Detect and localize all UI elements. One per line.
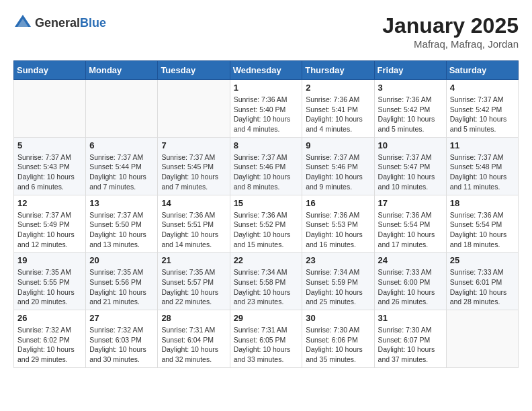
day-info: Sunrise: 7:35 AM Sunset: 5:55 PM Dayligh… [17,267,82,307]
weekday-header-tuesday: Tuesday [158,61,230,80]
weekday-header-saturday: Saturday [446,61,518,80]
calendar-cell: 22Sunrise: 7:34 AM Sunset: 5:58 PM Dayli… [230,253,302,310]
day-info: Sunrise: 7:37 AM Sunset: 5:42 PM Dayligh… [450,95,515,134]
calendar-cell: 8Sunrise: 7:37 AM Sunset: 5:46 PM Daylig… [230,137,302,195]
day-info: Sunrise: 7:36 AM Sunset: 5:41 PM Dayligh… [306,95,370,134]
day-number: 22 [234,255,299,265]
day-number: 10 [378,140,443,150]
weekday-header-thursday: Thursday [302,61,374,80]
calendar-cell: 16Sunrise: 7:36 AM Sunset: 5:53 PM Dayli… [302,195,374,253]
calendar-cell [14,80,86,138]
calendar-cell: 21Sunrise: 7:35 AM Sunset: 5:57 PM Dayli… [158,253,230,310]
day-info: Sunrise: 7:37 AM Sunset: 5:44 PM Dayligh… [89,152,154,192]
calendar-cell: 3Sunrise: 7:36 AM Sunset: 5:42 PM Daylig… [374,80,446,138]
day-number: 9 [306,140,370,150]
calendar-cell: 15Sunrise: 7:36 AM Sunset: 5:52 PM Dayli… [230,195,302,253]
calendar-cell: 25Sunrise: 7:33 AM Sunset: 6:01 PM Dayli… [446,253,518,310]
day-info: Sunrise: 7:33 AM Sunset: 6:00 PM Dayligh… [378,267,443,307]
day-number: 4 [450,83,515,93]
day-number: 29 [234,313,299,323]
day-number: 14 [161,198,226,208]
calendar-week-1: 1Sunrise: 7:36 AM Sunset: 5:40 PM Daylig… [14,80,519,138]
logo-text-general: General [35,16,80,30]
day-number: 2 [306,83,370,93]
calendar-cell [86,80,158,138]
day-info: Sunrise: 7:37 AM Sunset: 5:47 PM Dayligh… [378,152,443,192]
calendar-cell: 17Sunrise: 7:36 AM Sunset: 5:54 PM Dayli… [374,195,446,253]
logo: GeneralBlue [13,13,106,32]
calendar-cell: 29Sunrise: 7:31 AM Sunset: 6:05 PM Dayli… [230,310,302,368]
day-number: 1 [234,83,299,93]
day-info: Sunrise: 7:35 AM Sunset: 5:56 PM Dayligh… [89,267,154,307]
title-block: January 2025 Mafraq, Mafraq, Jordan [382,13,519,50]
day-number: 20 [89,255,154,265]
day-number: 23 [306,255,370,265]
logo-icon [13,13,32,32]
calendar-cell: 24Sunrise: 7:33 AM Sunset: 6:00 PM Dayli… [374,253,446,310]
calendar-cell: 6Sunrise: 7:37 AM Sunset: 5:44 PM Daylig… [86,137,158,195]
day-info: Sunrise: 7:31 AM Sunset: 6:04 PM Dayligh… [161,325,226,365]
calendar-cell: 2Sunrise: 7:36 AM Sunset: 5:41 PM Daylig… [302,80,374,138]
day-info: Sunrise: 7:30 AM Sunset: 6:07 PM Dayligh… [378,325,443,365]
day-number: 18 [450,198,515,208]
day-number: 6 [89,140,154,150]
day-info: Sunrise: 7:37 AM Sunset: 5:50 PM Dayligh… [89,210,154,250]
day-info: Sunrise: 7:35 AM Sunset: 5:57 PM Dayligh… [161,267,226,307]
day-number: 12 [17,198,82,208]
calendar-cell: 1Sunrise: 7:36 AM Sunset: 5:40 PM Daylig… [230,80,302,138]
calendar-body: 1Sunrise: 7:36 AM Sunset: 5:40 PM Daylig… [14,80,519,368]
logo-text-blue: Blue [80,16,106,30]
day-info: Sunrise: 7:36 AM Sunset: 5:40 PM Dayligh… [234,95,299,134]
day-number: 8 [234,140,299,150]
day-info: Sunrise: 7:34 AM Sunset: 5:59 PM Dayligh… [306,267,370,307]
calendar-cell: 18Sunrise: 7:36 AM Sunset: 5:54 PM Dayli… [446,195,518,253]
day-info: Sunrise: 7:37 AM Sunset: 5:43 PM Dayligh… [17,152,82,192]
day-info: Sunrise: 7:36 AM Sunset: 5:52 PM Dayligh… [234,210,299,250]
calendar-title: January 2025 [382,13,519,38]
day-number: 13 [89,198,154,208]
calendar-cell: 10Sunrise: 7:37 AM Sunset: 5:47 PM Dayli… [374,137,446,195]
calendar-week-3: 12Sunrise: 7:37 AM Sunset: 5:49 PM Dayli… [14,195,519,253]
day-number: 21 [161,255,226,265]
day-info: Sunrise: 7:34 AM Sunset: 5:58 PM Dayligh… [234,267,299,307]
calendar-cell: 13Sunrise: 7:37 AM Sunset: 5:50 PM Dayli… [86,195,158,253]
calendar-cell: 12Sunrise: 7:37 AM Sunset: 5:49 PM Dayli… [14,195,86,253]
weekday-header-friday: Friday [374,61,446,80]
day-info: Sunrise: 7:30 AM Sunset: 6:06 PM Dayligh… [306,325,370,365]
day-number: 28 [161,313,226,323]
day-number: 25 [450,255,515,265]
day-info: Sunrise: 7:36 AM Sunset: 5:51 PM Dayligh… [161,210,226,250]
calendar-cell: 30Sunrise: 7:30 AM Sunset: 6:06 PM Dayli… [302,310,374,368]
calendar-cell [446,310,518,368]
day-number: 31 [378,313,443,323]
calendar-cell [158,80,230,138]
day-number: 5 [17,140,82,150]
calendar-cell: 11Sunrise: 7:37 AM Sunset: 5:48 PM Dayli… [446,137,518,195]
calendar-cell: 31Sunrise: 7:30 AM Sunset: 6:07 PM Dayli… [374,310,446,368]
day-info: Sunrise: 7:36 AM Sunset: 5:54 PM Dayligh… [450,210,515,250]
calendar-cell: 4Sunrise: 7:37 AM Sunset: 5:42 PM Daylig… [446,80,518,138]
calendar-week-2: 5Sunrise: 7:37 AM Sunset: 5:43 PM Daylig… [14,137,519,195]
day-info: Sunrise: 7:36 AM Sunset: 5:42 PM Dayligh… [378,95,443,134]
day-number: 17 [378,198,443,208]
calendar-table: SundayMondayTuesdayWednesdayThursdayFrid… [13,60,519,368]
day-info: Sunrise: 7:37 AM Sunset: 5:49 PM Dayligh… [17,210,82,250]
calendar-cell: 23Sunrise: 7:34 AM Sunset: 5:59 PM Dayli… [302,253,374,310]
day-info: Sunrise: 7:37 AM Sunset: 5:48 PM Dayligh… [450,152,515,192]
weekday-header-monday: Monday [86,61,158,80]
day-info: Sunrise: 7:31 AM Sunset: 6:05 PM Dayligh… [234,325,299,365]
day-info: Sunrise: 7:36 AM Sunset: 5:54 PM Dayligh… [378,210,443,250]
calendar-cell: 19Sunrise: 7:35 AM Sunset: 5:55 PM Dayli… [14,253,86,310]
day-number: 27 [89,313,154,323]
calendar-cell: 20Sunrise: 7:35 AM Sunset: 5:56 PM Dayli… [86,253,158,310]
calendar-week-5: 26Sunrise: 7:32 AM Sunset: 6:02 PM Dayli… [14,310,519,368]
day-number: 15 [234,198,299,208]
day-number: 3 [378,83,443,93]
calendar-cell: 7Sunrise: 7:37 AM Sunset: 5:45 PM Daylig… [158,137,230,195]
day-number: 19 [17,255,82,265]
day-number: 7 [161,140,226,150]
day-info: Sunrise: 7:32 AM Sunset: 6:03 PM Dayligh… [89,325,154,365]
day-info: Sunrise: 7:32 AM Sunset: 6:02 PM Dayligh… [17,325,82,365]
calendar-cell: 27Sunrise: 7:32 AM Sunset: 6:03 PM Dayli… [86,310,158,368]
day-number: 30 [306,313,370,323]
